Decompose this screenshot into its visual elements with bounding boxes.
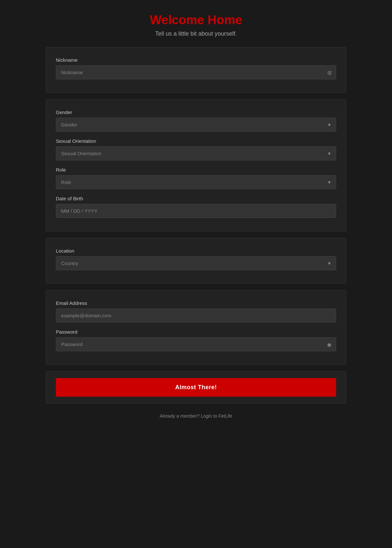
nickname-field-group: Nickname ⊞ bbox=[56, 57, 336, 79]
role-select[interactable]: Role Dominant Submissive Switch Other bbox=[56, 175, 336, 189]
credentials-card: Email Address Password ◉ bbox=[46, 290, 346, 365]
nickname-input[interactable] bbox=[56, 65, 336, 79]
email-label: Email Address bbox=[56, 300, 336, 306]
nickname-label: Nickname bbox=[56, 57, 336, 63]
sexual-orientation-field-group: Sexual Orientation Sexual Orientation St… bbox=[56, 138, 336, 160]
submit-button[interactable]: Almost There! bbox=[56, 378, 336, 397]
role-label: Role bbox=[56, 167, 336, 173]
page-title: Welcome Home bbox=[150, 13, 242, 27]
dob-field-group: Date of Birth bbox=[56, 196, 336, 218]
password-label: Password bbox=[56, 329, 336, 335]
password-input[interactable] bbox=[56, 337, 336, 351]
email-input[interactable] bbox=[56, 308, 336, 323]
location-card: Location Country United States United Ki… bbox=[46, 238, 346, 284]
password-field-group: Password ◉ bbox=[56, 329, 336, 351]
sexual-orientation-select[interactable]: Sexual Orientation Straight Gay Bisexual… bbox=[56, 146, 336, 160]
role-field-group: Role Role Dominant Submissive Switch Oth… bbox=[56, 167, 336, 189]
page-header: Welcome Home Tell us a little bit about … bbox=[150, 13, 242, 37]
role-select-wrapper: Role Dominant Submissive Switch Other ▼ bbox=[56, 175, 336, 189]
nickname-input-wrapper: ⊞ bbox=[56, 65, 336, 79]
gender-select-wrapper: Gender Male Female Non-binary Other ▼ bbox=[56, 118, 336, 132]
sexual-orientation-label: Sexual Orientation bbox=[56, 138, 336, 144]
gender-select[interactable]: Gender Male Female Non-binary Other bbox=[56, 118, 336, 132]
dob-input[interactable] bbox=[56, 204, 336, 218]
page-container: Welcome Home Tell us a little bit about … bbox=[46, 13, 346, 419]
location-label: Location bbox=[56, 248, 336, 254]
page-subtitle: Tell us a little bit about yourself. bbox=[150, 30, 242, 37]
dob-label: Date of Birth bbox=[56, 196, 336, 201]
login-link[interactable]: Already a member? Login to FetLife bbox=[160, 413, 233, 419]
submit-card: Almost There! bbox=[46, 371, 346, 404]
email-field-group: Email Address bbox=[56, 300, 336, 323]
sexual-orientation-select-wrapper: Sexual Orientation Straight Gay Bisexual… bbox=[56, 146, 336, 160]
profile-card: Gender Gender Male Female Non-binary Oth… bbox=[46, 99, 346, 231]
gender-label: Gender bbox=[56, 109, 336, 115]
country-select[interactable]: Country United States United Kingdom Can… bbox=[56, 256, 336, 270]
footer-link: Already a member? Login to FetLife bbox=[160, 413, 233, 419]
nickname-card: Nickname ⊞ bbox=[46, 47, 346, 93]
gender-field-group: Gender Gender Male Female Non-binary Oth… bbox=[56, 109, 336, 132]
country-select-wrapper: Country United States United Kingdom Can… bbox=[56, 256, 336, 270]
password-input-wrapper: ◉ bbox=[56, 337, 336, 351]
location-field-group: Location Country United States United Ki… bbox=[56, 248, 336, 270]
